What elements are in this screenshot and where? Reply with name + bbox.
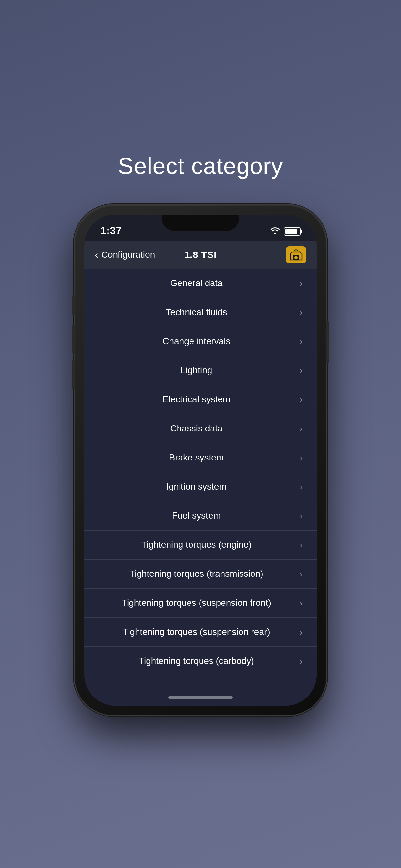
list-item[interactable]: Fuel system› [84,501,317,531]
list-item[interactable]: Tightening torques (suspension front)› [84,589,317,618]
list-item[interactable]: Ignition system› [84,472,317,501]
list-item-label: Brake system [98,452,295,463]
svg-point-2 [297,258,298,259]
list-item-chevron-icon: › [300,627,303,638]
list-item[interactable]: General data› [84,269,317,298]
list-item-chevron-icon: › [300,424,303,434]
list-item-label: Tightening torques (transmission) [98,568,295,580]
list-item[interactable]: Tightening torques (transmission)› [84,560,317,589]
phone-screen: 1:37 ‹ Configuration 1.8 T [84,215,317,706]
car-garage-icon [289,249,303,260]
nav-bar: ‹ Configuration 1.8 TSI [84,241,317,269]
list-item[interactable]: Tightening torques (carbody)› [84,647,317,676]
category-list: General data›Technical fluids›Change int… [84,269,317,689]
battery-fill [285,229,297,234]
list-item[interactable]: Technical fluids› [84,298,317,327]
list-item[interactable]: Chassis data› [84,414,317,443]
battery-icon [284,227,301,236]
list-item-label: Tightening torques (engine) [98,539,295,551]
wifi-icon [270,226,280,237]
list-item[interactable]: Lighting› [84,356,317,385]
home-indicator [84,689,317,706]
car-icon-button[interactable] [286,246,306,263]
list-item-label: Fuel system [98,510,295,522]
mute-button [72,296,74,315]
list-item-chevron-icon: › [300,482,303,492]
list-item-label: Technical fluids [98,306,295,318]
list-item-chevron-icon: › [300,511,303,521]
list-item-chevron-icon: › [300,656,303,666]
power-button [327,321,329,363]
list-item-chevron-icon: › [300,366,303,376]
list-item[interactable]: Electrical system› [84,385,317,414]
status-icons [270,226,301,237]
list-item-label: Lighting [98,365,295,376]
list-item[interactable]: Brake system› [84,443,317,472]
list-item-chevron-icon: › [300,598,303,609]
list-item-label: General data [98,277,295,289]
notch [162,215,239,231]
status-time: 1:37 [100,225,122,237]
list-item-label: Tightening torques (suspension front) [98,597,295,609]
phone-mockup: 1:37 ‹ Configuration 1.8 T [74,205,327,715]
list-item-chevron-icon: › [300,453,303,463]
list-item-label: Ignition system [98,481,295,492]
list-item-chevron-icon: › [300,569,303,579]
home-bar [168,696,233,699]
back-label: Configuration [101,250,155,260]
list-item-chevron-icon: › [300,307,303,318]
list-item-label: Tightening torques (carbody) [98,655,295,667]
nav-title: 1.8 TSI [184,249,217,260]
list-item[interactable]: Change intervals› [84,327,317,356]
back-chevron-icon: ‹ [95,249,98,261]
list-item-label: Change intervals [98,336,295,347]
list-item-label: Tightening torques (suspension rear) [98,626,295,638]
volume-down-button [72,360,74,389]
list-item-chevron-icon: › [300,337,303,347]
list-item[interactable]: Tightening torques (engine)› [84,531,317,560]
list-item-label: Chassis data [98,423,295,434]
list-item-chevron-icon: › [300,395,303,405]
volume-up-button [72,324,74,353]
list-item-chevron-icon: › [300,278,303,289]
list-item[interactable]: Tightening torques (suspension rear)› [84,618,317,647]
page-title: Select category [118,153,283,179]
list-item-label: Electrical system [98,394,295,405]
back-button[interactable]: ‹ Configuration [95,249,155,261]
list-item-chevron-icon: › [300,540,303,550]
svg-point-1 [294,258,296,259]
